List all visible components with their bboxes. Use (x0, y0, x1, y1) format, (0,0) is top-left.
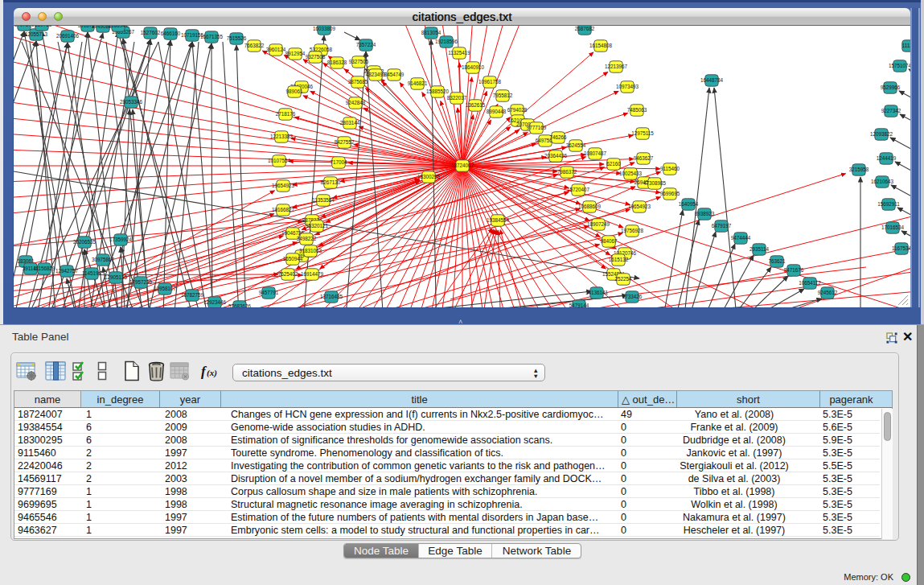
svg-text:9777169: 9777169 (527, 125, 547, 130)
svg-text:989061: 989061 (285, 89, 303, 94)
svg-text:9245612: 9245612 (818, 290, 838, 295)
svg-text:15720407: 15720407 (567, 187, 590, 192)
svg-text:8990448: 8990448 (487, 109, 507, 114)
svg-text:30975867: 30975867 (92, 257, 115, 262)
svg-text:11353584: 11353584 (312, 197, 335, 203)
svg-text:8471676: 8471676 (784, 267, 804, 273)
svg-text:12213967: 12213967 (605, 64, 628, 69)
svg-text:17016534: 17016534 (881, 225, 905, 230)
svg-text:9227342: 9227342 (881, 108, 901, 113)
svg-text:19654923: 19654923 (628, 204, 651, 209)
svg-text:16210643: 16210643 (871, 179, 894, 184)
svg-text:7663822: 7663822 (244, 43, 265, 48)
svg-text:11124: 11124 (902, 43, 910, 48)
svg-text:12213383: 12213383 (270, 134, 294, 139)
svg-text:10961758: 10961758 (478, 79, 502, 84)
svg-text:31831063: 31831063 (299, 248, 322, 253)
svg-text:7515526: 7515526 (227, 35, 247, 41)
svg-text:16671355: 16671355 (200, 34, 224, 39)
svg-text:2718176: 2718176 (276, 111, 296, 117)
svg-text:9115460: 9115460 (660, 166, 680, 171)
svg-text:20691406: 20691406 (56, 33, 80, 39)
svg-text:2803144: 2803144 (340, 120, 360, 126)
svg-text:13716485: 13716485 (320, 294, 343, 299)
svg-text:7625402: 7625402 (278, 271, 298, 277)
svg-text:12905135: 12905135 (105, 274, 128, 280)
svg-text:19756928: 19756928 (621, 228, 644, 233)
svg-text:28053346: 28053346 (120, 99, 143, 105)
svg-text:16782759: 16782759 (181, 292, 204, 298)
svg-text:1527602: 1527602 (141, 30, 161, 35)
svg-text:3215958: 3215958 (849, 167, 869, 172)
svg-text:7986372: 7986372 (557, 169, 577, 175)
svg-text:9327505: 9327505 (349, 59, 369, 64)
svg-text:8813054: 8813054 (421, 30, 441, 35)
svg-text:1650944: 1650944 (283, 256, 303, 262)
svg-text:6466160: 6466160 (161, 31, 181, 36)
svg-text:15751074: 15751074 (889, 63, 910, 68)
svg-text:9146821: 9146821 (408, 80, 428, 86)
svg-text:17957235: 17957235 (129, 279, 153, 285)
svg-text:1145194: 1145194 (82, 270, 102, 276)
svg-text:10973493: 10973493 (616, 84, 639, 89)
svg-text:2935114: 2935114 (749, 246, 770, 252)
svg-text:10958107: 10958107 (154, 286, 177, 291)
svg-text:12942757: 12942757 (55, 268, 79, 274)
svg-text:746266: 746266 (549, 134, 567, 140)
svg-text:62160: 62160 (606, 161, 621, 167)
svg-text:20206535: 20206535 (73, 239, 97, 245)
svg-text:17359924: 17359924 (109, 237, 133, 242)
svg-text:763621: 763621 (768, 258, 786, 264)
svg-text:8186328: 8186328 (327, 60, 347, 65)
svg-text:16033809: 16033809 (313, 26, 336, 31)
svg-text:1362615: 1362615 (466, 102, 486, 108)
svg-text:16154808: 16154808 (589, 43, 613, 48)
svg-text:11325419: 11325419 (448, 50, 470, 56)
svg-text:1733426: 1733426 (622, 294, 643, 299)
svg-text:8938923: 8938923 (695, 211, 715, 216)
svg-text:12923446: 12923446 (203, 299, 227, 305)
svg-text:7350753: 7350753 (32, 26, 52, 27)
svg-text:19654923: 19654923 (272, 183, 295, 188)
svg-text:11156829: 11156829 (33, 266, 55, 271)
svg-text:3624554: 3624554 (566, 142, 586, 148)
svg-text:9242848: 9242848 (346, 100, 366, 105)
svg-text:19384554: 19384554 (487, 217, 510, 223)
svg-text:95320121: 95320121 (306, 223, 329, 229)
svg-text:8322037: 8322037 (447, 95, 467, 101)
svg-text:19218596: 19218596 (435, 39, 458, 44)
svg-text:7955812: 7955812 (493, 93, 513, 98)
svg-text:9457791: 9457791 (259, 290, 279, 295)
svg-text:(x): (x) (207, 368, 217, 378)
svg-text:1615132: 1615132 (609, 257, 629, 262)
svg-text:984067: 984067 (600, 238, 618, 244)
svg-text:18300295: 18300295 (417, 174, 441, 179)
svg-text:10025433: 10025433 (619, 171, 643, 176)
svg-text:1244419: 1244419 (877, 155, 897, 161)
svg-text:9463627: 9463627 (634, 155, 654, 161)
svg-text:20364436: 20364436 (544, 153, 568, 159)
svg-text:15692911: 15692911 (877, 201, 900, 207)
svg-text:18907249: 18907249 (587, 221, 610, 227)
svg-text:2166941: 2166941 (109, 26, 129, 28)
svg-text:12093822: 12093822 (870, 131, 893, 137)
svg-text:9327508: 9327508 (306, 54, 326, 60)
svg-text:10654112: 10654112 (799, 280, 821, 286)
svg-text:18724007: 18724007 (451, 163, 474, 168)
svg-text:12975115: 12975115 (631, 130, 654, 136)
svg-text:3960124: 3960124 (266, 47, 286, 52)
svg-text:7357224: 7357224 (356, 42, 376, 47)
svg-text:18640910: 18640910 (462, 64, 485, 70)
svg-text:8912954: 8912954 (285, 51, 306, 56)
svg-text:2687682: 2687682 (575, 26, 595, 31)
svg-text:3498222: 3498222 (297, 236, 317, 241)
svg-text:7485063: 7485063 (627, 107, 647, 113)
svg-text:8427552: 8427552 (335, 139, 355, 145)
svg-text:10807487: 10807487 (584, 150, 607, 156)
svg-text:47308985: 47308985 (643, 180, 667, 186)
svg-text:3875685: 3875685 (348, 79, 368, 84)
svg-text:9474444: 9474444 (731, 235, 751, 241)
svg-text:15885520: 15885520 (426, 89, 450, 94)
svg-text:9699695: 9699695 (660, 191, 680, 196)
svg-text:19166827: 19166827 (272, 207, 295, 212)
